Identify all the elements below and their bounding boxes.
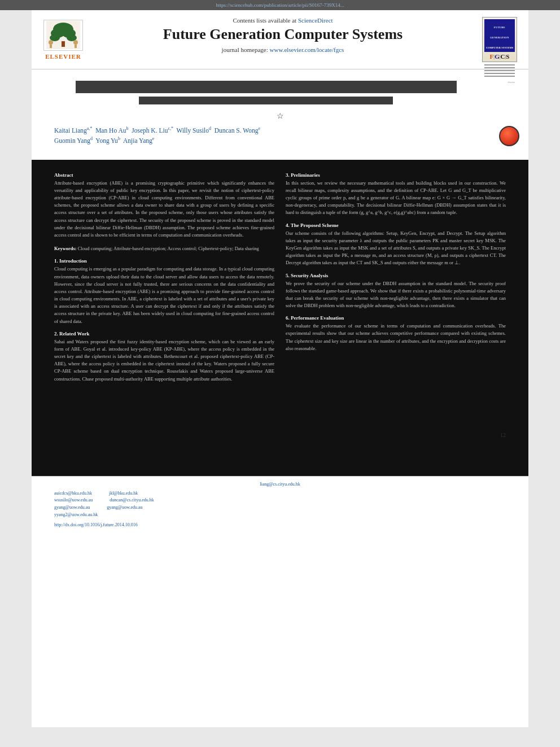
section-intro-text: Cloud computing is emerging as a popular… — [54, 265, 274, 325]
homepage-prefix: journal homepage: — [222, 46, 270, 53]
elsevier-label: ELSEVIER — [45, 53, 81, 60]
author-willy-susilo[interactable]: Willy Susilod — [177, 127, 211, 134]
top-bar: https://sciencehub.com/publication/artic… — [0, 0, 560, 10]
science-direct-link[interactable]: ScienceDirect — [298, 17, 333, 24]
author-guomin-yang[interactable]: Guomin Yangd — [54, 137, 93, 144]
article-title-bar — [76, 81, 457, 93]
section-security-head: 5. Security Analysis — [286, 273, 506, 278]
fgcs-cover-header-bar: FUTURE GENERATION COMPUTER SYSTEMS — [484, 19, 515, 52]
footer-affiliations: liang@cs.cityu.edu.hk auicdcs@hku.edu.hk… — [32, 476, 528, 521]
fgcs-logo-letters: F | G | C | S — [490, 52, 510, 61]
section-perf-num: 6. Performance Evaluation — [286, 315, 344, 321]
email-liang-cityu[interactable]: liang@cs.cityu.edu.hk — [260, 482, 300, 487]
article-content: ☆ Kaitai Lianga,* Man Ho Aub Joseph K. L… — [32, 69, 528, 160]
aff-row-4: yyang2@uow.edu.au.hk — [54, 512, 506, 519]
journal-main-title: Future Generation Computer Systems — [97, 26, 469, 43]
abstract-text: Attribute-based encryption (ABE) is a pr… — [54, 180, 274, 239]
fgcs-s: S — [506, 53, 509, 60]
abstract-label: Abstract — [54, 172, 274, 178]
journal-title-area: Contents lists available at ScienceDirec… — [86, 17, 480, 62]
email-gyang[interactable]: gyang@uow.edu.au — [54, 504, 90, 512]
section-security-text: We prove the security of our scheme unde… — [286, 280, 506, 310]
svg-point-8 — [73, 40, 78, 45]
section-proposed-text: Our scheme consists of the following alg… — [286, 230, 506, 267]
authors-line: Kaitai Lianga,* Man Ho Aub Joseph K. Liu… — [54, 125, 506, 146]
section-proposed-num: 4. The Proposed Scheme — [286, 222, 339, 228]
fgcs-cover-image: FUTURE GENERATION COMPUTER SYSTEMS F | G… — [482, 17, 517, 62]
svg-point-7 — [49, 40, 53, 45]
svg-rect-6 — [62, 41, 65, 47]
email-yyang[interactable]: gyang@uow.edu.au — [107, 504, 142, 512]
body-col-right: 3. Preliminaries In this section, we rev… — [286, 167, 506, 383]
section-related-num: 2. Related Work — [54, 331, 90, 337]
journal-header: ELSEVIER Contents lists available at Sci… — [32, 10, 528, 69]
paper-page: ELSEVIER Contents lists available at Sci… — [32, 10, 528, 727]
aff-row-1: auicdcs@hku.edu.hk jkl@hku.edu.hk — [54, 490, 506, 497]
top-bar-url[interactable]: https://sciencehub.com/publication/artic… — [216, 2, 344, 8]
email-susilo[interactable]: wsusilo@uow.edu.au — [54, 497, 93, 504]
keywords-label: Keywords: — [54, 246, 78, 251]
email-yyang2[interactable]: yyang2@uow.edu.au.hk — [54, 512, 98, 519]
section-prelim-text: In this section, we review the necessary… — [286, 180, 506, 217]
email-jkl[interactable]: jkl@hku.edu.hk — [109, 490, 138, 497]
affiliations-center-email: liang@cs.cityu.edu.hk — [54, 481, 506, 488]
page-wrapper: https://sciencehub.com/publication/artic… — [0, 0, 560, 747]
author-yong-yu[interactable]: Yong Yub — [95, 137, 120, 144]
large-dark-block: Abstract Attribute-based encryption (ABE… — [32, 160, 528, 476]
aff-row-3: gyang@uow.edu.au gyang@uow.edu.au — [54, 504, 506, 512]
science-direct-line: Contents lists available at ScienceDirec… — [97, 17, 469, 24]
email-duncan[interactable]: duncan@cs.cityu.edu.hk — [110, 497, 154, 504]
email-au-hku[interactable]: auicdcs@hku.edu.hk — [54, 490, 92, 497]
section-security-num: 5. Security Analysis — [286, 273, 328, 278]
page-number: 12 — [500, 432, 506, 438]
body-col-left: Abstract Attribute-based encryption (ABE… — [54, 167, 274, 383]
fgcs-cover: FUTURE GENERATION COMPUTER SYSTEMS F | G… — [480, 17, 519, 62]
article-title-section — [54, 81, 506, 104]
fgcs-cover-subtitle: COMPUTER SYSTEMS — [486, 46, 513, 49]
section-perf-head: 6. Performance Evaluation — [286, 315, 506, 321]
svg-rect-10 — [75, 45, 77, 48]
fgcs-f: F — [490, 53, 494, 60]
cover-line-2 — [484, 67, 515, 68]
fgcs-cover-title-text: FUTURE GENERATION — [490, 26, 509, 39]
elsevier-logo: ELSEVIER — [41, 17, 86, 62]
author-man-ho-au[interactable]: Man Ho Aub — [95, 127, 128, 134]
section-proposed-head: 4. The Proposed Scheme — [286, 222, 506, 228]
svg-rect-9 — [50, 45, 52, 48]
section-prelim-num: 3. Preliminaries — [286, 172, 320, 178]
elsevier-tree-svg — [46, 21, 80, 49]
star-divider: ☆ — [54, 111, 506, 121]
author-anjia-yang[interactable]: Anjia Yange — [123, 137, 154, 144]
doi-link[interactable]: http://dx.doi.org/10.1016/j.future.2014.… — [54, 522, 138, 527]
article-area-wrapper: ☆ Kaitai Lianga,* Man Ho Aub Joseph K. L… — [32, 69, 528, 528]
body-two-col: Abstract Attribute-based encryption (ABE… — [54, 167, 506, 383]
contents-prefix: Contents lists available at — [233, 17, 298, 24]
section-intro-num: 1. Introduction — [54, 258, 87, 264]
doi-line: http://dx.doi.org/10.1016/j.future.2014.… — [32, 521, 528, 528]
cover-line-1 — [484, 64, 515, 65]
aff-row-2: wsusilo@uow.edu.au duncan@cs.cityu.edu.h… — [54, 497, 506, 504]
author-kaitai-liang[interactable]: Kaitai Lianga,* — [54, 127, 92, 134]
section-related-text: Sahai and Waters proposed the first fuzz… — [54, 338, 274, 383]
section-related-head: 2. Related Work — [54, 331, 274, 337]
red-circle-icon — [499, 126, 519, 146]
author-duncan-wong[interactable]: Duncan S. Wonge — [215, 127, 260, 134]
author-joseph-liu[interactable]: Joseph K. Liuc,* — [132, 127, 173, 134]
article-title-bar2 — [139, 97, 393, 104]
section-intro-head: 1. Introduction — [54, 258, 274, 264]
section-prelim-head: 3. Preliminaries — [286, 172, 506, 178]
section-perf-text: We evaluate the performance of our schem… — [286, 322, 506, 352]
keywords-block: Keywords: Cloud computing; Attribute-bas… — [54, 242, 274, 252]
journal-homepage: journal homepage: www.elsevier.com/locat… — [97, 46, 469, 53]
elsevier-tree-image — [43, 20, 83, 51]
keywords-text: Cloud computing; Attribute-based encrypt… — [78, 246, 259, 251]
homepage-link[interactable]: www.elsevier.com/locate/fgcs — [270, 46, 344, 53]
fgcs-c: C — [501, 53, 505, 60]
fgcs-g: G — [495, 53, 500, 60]
